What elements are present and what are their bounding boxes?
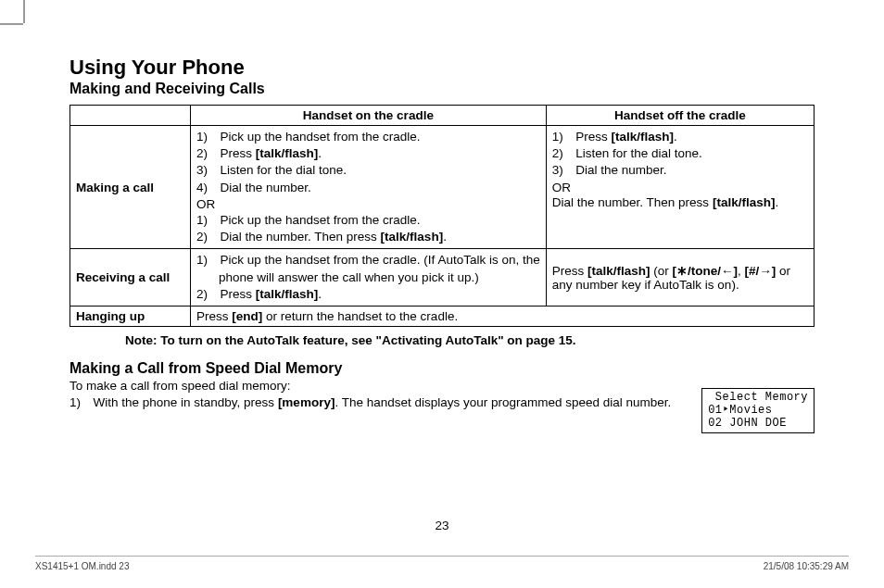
hanging-up-cell: Press [end] or return the handset to the… <box>191 306 815 326</box>
crop-mark <box>0 23 23 25</box>
list-item: 1) Pick up the handset from the cradle. <box>196 129 540 145</box>
page-title: Using Your Phone <box>69 56 815 80</box>
making-on-cradle-cell: 1) Pick up the handset from the cradle. … <box>191 126 547 249</box>
autotalk-note: Note: To turn on the AutoTalk feature, s… <box>125 333 815 347</box>
list-item: 1) Pick up the handset from the cradle. … <box>196 252 540 285</box>
footer-left: XS1415+1 OM.indd 23 <box>35 561 129 571</box>
speed-dial-text: To make a call from speed dial memory: 1… <box>69 378 737 411</box>
inline-text: Dial the number. Then press [talk/flash]… <box>552 195 808 209</box>
list-item: 3) Listen for the dial tone. <box>196 162 540 179</box>
list-item: 1) Pick up the handset from the cradle. <box>196 212 540 229</box>
row-label-making: Making a call <box>70 126 191 249</box>
row-label-receiving: Receiving a call <box>70 249 191 307</box>
page-number: 23 <box>435 519 448 532</box>
list-item: 1) With the phone in standby, press [mem… <box>69 394 737 411</box>
table-header-blank <box>70 106 191 126</box>
crop-mark <box>23 0 25 23</box>
receiving-on-cradle-cell: 1) Pick up the handset from the cradle. … <box>191 249 547 307</box>
list-item: 2) Press [talk/flash]. <box>196 286 540 303</box>
list-item: 4) Dial the number. <box>196 180 540 196</box>
footer: XS1415+1 OM.indd 23 21/5/08 10:35:29 AM <box>35 561 849 571</box>
receiving-off-cradle-cell: Press [talk/flash] (or [∗/tone/←], [#/→]… <box>546 249 814 307</box>
making-off-cradle-cell: 1) Press [talk/flash]. 2) Listen for the… <box>546 126 814 249</box>
list-item: 3) Dial the number. <box>552 162 808 179</box>
list-item: 2) Press [talk/flash]. <box>196 145 540 162</box>
table-header-off-cradle: Handset off the cradle <box>546 106 814 126</box>
row-label-hanging: Hanging up <box>70 306 191 326</box>
list-item: 2) Listen for the dial tone. <box>552 145 808 162</box>
or-text: OR <box>196 197 540 211</box>
footer-divider <box>35 556 849 557</box>
table-header-on-cradle: Handset on the cradle <box>191 106 547 126</box>
speed-dial-heading: Making a Call from Speed Dial Memory <box>69 360 815 377</box>
list-item: 1) Press [talk/flash]. <box>552 129 808 145</box>
handset-screen-display: Select Memory 01‣Movies 02 JOHN DOE <box>701 388 815 433</box>
speed-dial-section: Making a Call from Speed Dial Memory To … <box>69 360 815 411</box>
or-text: OR <box>552 181 808 194</box>
list-item: 2) Dial the number. Then press [talk/fla… <box>196 229 540 245</box>
footer-right: 21/5/08 10:35:29 AM <box>764 561 849 571</box>
calls-table: Handset on the cradle Handset off the cr… <box>69 105 815 327</box>
section-heading: Making and Receiving Calls <box>69 81 815 97</box>
